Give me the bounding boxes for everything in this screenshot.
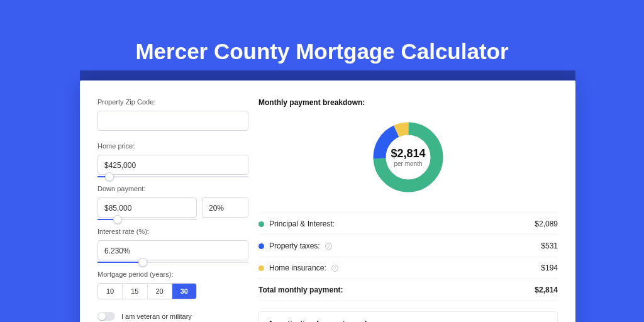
down-payment-amount-input[interactable]: $85,000 [97, 197, 197, 218]
donut-chart: $2,814 per month [258, 114, 558, 203]
zip-group: Property Zip Code: [97, 98, 258, 131]
down-payment-label: Down payment: [97, 185, 258, 192]
period-label: Mortgage period (years): [97, 270, 258, 278]
stage: Mercer County Mortgage Calculator Proper… [0, 0, 644, 322]
breakdown-heading: Monthly payment breakdown: [258, 98, 558, 107]
legend-row: Home insurance:?$194 [258, 257, 558, 279]
legend-value: $531 [541, 242, 558, 250]
calculator-card: Property Zip Code: Home price: $425,000 … [80, 80, 575, 322]
legend-total-row: Total monthly payment:$2,814 [258, 279, 558, 301]
down-payment-group: Down payment: $85,000 20% [97, 185, 258, 220]
home-price-slider[interactable] [97, 176, 248, 177]
legend-name: Home insurance: [269, 264, 326, 272]
down-payment-percent-input[interactable]: 20% [202, 197, 248, 218]
interest-label: Interest rate (%): [97, 228, 258, 235]
veteran-toggle-knob [98, 313, 106, 320]
veteran-label: I am veteran or military [121, 313, 192, 320]
donut-amount: $2,814 [391, 147, 425, 160]
legend-dot [258, 265, 264, 271]
zip-input[interactable] [97, 111, 248, 131]
legend-name: Principal & Interest: [269, 219, 335, 228]
interest-slider[interactable] [97, 262, 248, 263]
left-panel: Property Zip Code: Home price: $425,000 … [80, 80, 258, 322]
amortization-section: Amortization for mortgage loan Amortizat… [258, 311, 558, 322]
legend-value: $2,089 [535, 219, 558, 228]
down-payment-slider-thumb[interactable] [113, 215, 122, 224]
donut-center: $2,814 per month [391, 147, 425, 167]
home-price-label: Home price: [97, 142, 258, 150]
amortization-title: Amortization for mortgage loan [268, 319, 548, 322]
legend-dot [258, 221, 264, 227]
page-title: Mercer County Mortgage Calculator [0, 39, 644, 64]
home-price-input[interactable]: $425,000 [97, 155, 248, 175]
legend-row: Principal & Interest:$2,089 [258, 213, 558, 235]
legend: Principal & Interest:$2,089Property taxe… [258, 213, 558, 301]
interest-group: Interest rate (%): 6.230% [97, 228, 258, 263]
veteran-toggle[interactable] [97, 312, 115, 321]
interest-input[interactable]: 6.230% [97, 240, 248, 260]
interest-slider-thumb[interactable] [138, 258, 147, 267]
donut-sub: per month [391, 160, 425, 167]
veteran-row: I am veteran or military [97, 312, 258, 321]
period-option-10[interactable]: 10 [98, 284, 123, 299]
period-pills: 10152030 [97, 283, 197, 299]
right-panel: Monthly payment breakdown: $2,814 per mo… [258, 80, 575, 322]
legend-name: Property taxes: [269, 242, 320, 250]
interest-slider-fill [97, 262, 143, 263]
period-group: Mortgage period (years): 10152030 [97, 270, 258, 299]
period-option-15[interactable]: 15 [123, 284, 147, 299]
home-price-group: Home price: $425,000 [97, 142, 258, 177]
legend-total-label: Total monthly payment: [258, 286, 343, 294]
period-option-20[interactable]: 20 [148, 284, 172, 299]
down-payment-slider[interactable] [97, 219, 197, 220]
info-icon[interactable]: ? [331, 265, 338, 272]
period-option-30[interactable]: 30 [172, 284, 196, 299]
zip-label: Property Zip Code: [97, 98, 258, 106]
legend-dot [258, 243, 264, 249]
legend-row: Property taxes:?$531 [258, 235, 558, 257]
legend-total-value: $2,814 [535, 286, 558, 294]
info-icon[interactable]: ? [325, 243, 332, 250]
home-price-slider-thumb[interactable] [105, 172, 114, 181]
legend-value: $194 [541, 264, 558, 272]
